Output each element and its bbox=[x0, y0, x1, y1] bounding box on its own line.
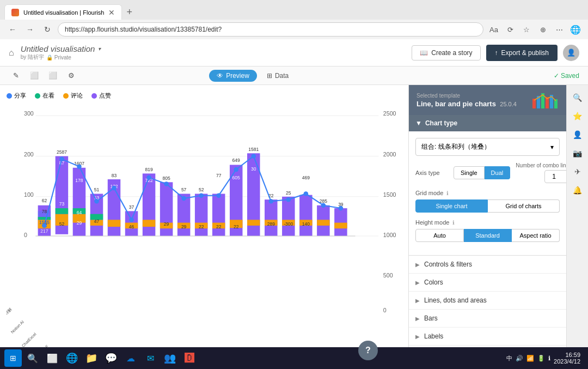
taskbar-time[interactable]: 16:59 2023/4/12 bbox=[554, 352, 580, 365]
chart-type-dropdown[interactable]: 组合: 线条和列（堆叠） ▾ bbox=[415, 138, 560, 156]
svg-rect-88 bbox=[299, 195, 312, 236]
taskbar-onedrive[interactable]: ☁ bbox=[122, 349, 139, 367]
svg-text:217: 217 bbox=[40, 228, 48, 234]
svg-point-111 bbox=[269, 199, 274, 203]
tab-favicon bbox=[11, 9, 19, 16]
create-story-button[interactable]: 📖 Create a story bbox=[412, 45, 480, 61]
legend-label: 评论 bbox=[71, 92, 83, 100]
lines-dots-areas-item: ▶ Lines, dots and areas bbox=[409, 292, 566, 310]
vis-title-dropdown[interactable]: ▾ bbox=[98, 46, 101, 52]
svg-text:78: 78 bbox=[42, 209, 47, 214]
export-publish-button[interactable]: ↑ Export & publish bbox=[486, 45, 558, 61]
browser-action-5[interactable]: ⋯ bbox=[552, 22, 566, 37]
svg-text:73: 73 bbox=[59, 201, 65, 207]
axis-dual-btn[interactable]: Dual bbox=[485, 166, 511, 179]
height-auto-btn[interactable]: Auto bbox=[415, 229, 464, 242]
chart-type-arrow: ▼ bbox=[415, 119, 422, 127]
legend-color bbox=[35, 93, 40, 99]
svg-rect-66 bbox=[212, 194, 225, 236]
taskbar-explorer[interactable]: 📁 bbox=[83, 349, 100, 367]
svg-text:22: 22 bbox=[216, 224, 222, 229]
sidebar-bell-icon[interactable]: 🔔 bbox=[569, 182, 586, 198]
svg-text:46: 46 bbox=[129, 224, 134, 229]
back-button[interactable]: ← bbox=[5, 22, 20, 37]
svg-point-107 bbox=[199, 193, 204, 197]
controls-filters-header[interactable]: ▶ Controls & filters bbox=[409, 256, 566, 273]
svg-text:805: 805 bbox=[162, 176, 170, 181]
labels-header[interactable]: ▶ Labels bbox=[409, 328, 566, 345]
taskbar-edge[interactable]: 🌐 bbox=[63, 349, 81, 367]
svg-text:29: 29 bbox=[164, 221, 169, 227]
taskbar-app1[interactable]: 🅳 bbox=[181, 349, 198, 367]
tab-data[interactable]: ⊞ Data bbox=[259, 70, 296, 82]
frame-tool-icon[interactable]: ⬜ bbox=[27, 69, 41, 83]
svg-point-106 bbox=[181, 196, 186, 201]
sidebar-user-icon[interactable]: 👤 bbox=[569, 126, 586, 143]
svg-text:77: 77 bbox=[216, 173, 222, 178]
browser-action-2[interactable]: ⟳ bbox=[503, 22, 517, 37]
colors-header[interactable]: ▶ Colors bbox=[409, 274, 566, 291]
forward-button[interactable]: → bbox=[23, 22, 37, 37]
taskbar-mail[interactable]: ✉ bbox=[142, 349, 159, 367]
bars-label: Bars bbox=[424, 314, 438, 322]
axis-single-btn[interactable]: Single bbox=[454, 166, 485, 179]
svg-text:1000: 1000 bbox=[383, 232, 396, 238]
svg-text:37: 37 bbox=[129, 204, 134, 210]
copy-tool-icon[interactable]: ⬜ bbox=[46, 69, 60, 83]
svg-text:140: 140 bbox=[302, 221, 310, 227]
edit-tool-icon[interactable]: ✎ bbox=[9, 69, 23, 83]
home-icon[interactable]: ⌂ bbox=[9, 48, 14, 58]
app-toolbar: ✎ ⬜ ⬜ ⚙ 👁 Preview ⊞ Data ✓ Saved bbox=[0, 66, 588, 85]
saved-indicator: ✓ Saved bbox=[554, 72, 579, 80]
chart-type-body: 组合: 线条和列（堆叠） ▾ Axis type Single Dual bbox=[409, 131, 566, 255]
sidebar-camera-icon[interactable]: 📷 bbox=[569, 145, 586, 161]
labels-item: ▶ Labels bbox=[409, 328, 566, 346]
svg-rect-43 bbox=[108, 220, 120, 227]
browser-action-4[interactable]: ⊕ bbox=[536, 22, 550, 37]
height-aspect-btn[interactable]: Aspect ratio bbox=[512, 229, 560, 242]
svg-rect-93 bbox=[317, 220, 329, 226]
taskbar-network[interactable]: 📶 bbox=[526, 355, 534, 362]
taskbar-volume[interactable]: 🔊 bbox=[516, 355, 523, 362]
height-mode-buttons: Auto Standard Aspect ratio bbox=[415, 229, 560, 242]
svg-text:819: 819 bbox=[145, 167, 152, 172]
svg-text:52: 52 bbox=[59, 221, 65, 227]
bars-header[interactable]: ▶ Bars bbox=[409, 310, 566, 327]
sidebar-send-icon[interactable]: ✈ bbox=[569, 164, 586, 180]
labels-arrow: ▶ bbox=[415, 334, 420, 340]
taskbar-task-view[interactable]: ⬜ bbox=[44, 349, 61, 367]
address-bar[interactable]: https://app.flourish.studio/visualisatio… bbox=[58, 22, 483, 37]
settings-tool-icon[interactable]: ⚙ bbox=[64, 69, 78, 83]
help-button[interactable]: ? bbox=[358, 341, 378, 360]
browser-action-3[interactable]: ☆ bbox=[519, 22, 534, 37]
single-chart-btn[interactable]: Single chart bbox=[415, 199, 488, 213]
height-mode-label: Height mode bbox=[415, 219, 449, 226]
chart-type-section: ▼ Chart type 组合: 线条和列（堆叠） ▾ Axis type bbox=[409, 115, 566, 256]
grid-charts-btn[interactable]: Grid of charts bbox=[488, 199, 560, 213]
height-standard-btn[interactable]: Standard bbox=[464, 229, 512, 242]
combo-lines-input[interactable] bbox=[544, 170, 566, 183]
sidebar-search-icon[interactable]: 🔍 bbox=[569, 89, 586, 106]
new-tab-button[interactable]: + bbox=[122, 4, 137, 20]
taskbar-battery[interactable]: 🔋 bbox=[537, 355, 545, 362]
taskbar-notify[interactable]: ℹ bbox=[548, 355, 550, 362]
browser-action-1[interactable]: Aa bbox=[487, 22, 501, 37]
active-tab[interactable]: Untitled visualisation | Flourish ✕ bbox=[4, 4, 122, 20]
svg-text:29: 29 bbox=[181, 224, 187, 229]
user-avatar[interactable]: 👤 bbox=[563, 45, 579, 61]
svg-point-105 bbox=[164, 182, 169, 186]
refresh-button[interactable]: ↻ bbox=[40, 22, 54, 37]
sidebar-star-icon[interactable]: ⭐ bbox=[569, 108, 586, 124]
lines-dots-areas-header[interactable]: ▶ Lines, dots and areas bbox=[409, 292, 566, 309]
svg-rect-95 bbox=[334, 208, 347, 236]
close-tab-button[interactable]: ✕ bbox=[108, 8, 115, 17]
chart-type-header[interactable]: ▼ Chart type bbox=[409, 115, 566, 131]
taskbar-teams[interactable]: 💬 bbox=[102, 349, 120, 367]
svg-text:30: 30 bbox=[251, 166, 256, 172]
vis-title-text[interactable]: Untitled visualisation bbox=[21, 44, 95, 53]
start-button[interactable]: ⊞ bbox=[4, 349, 22, 367]
taskbar-search[interactable]: 🔍 bbox=[24, 349, 41, 367]
create-story-label: Create a story bbox=[431, 49, 472, 57]
tab-preview[interactable]: 👁 Preview bbox=[209, 70, 257, 82]
taskbar-teams2[interactable]: 👥 bbox=[161, 349, 179, 367]
